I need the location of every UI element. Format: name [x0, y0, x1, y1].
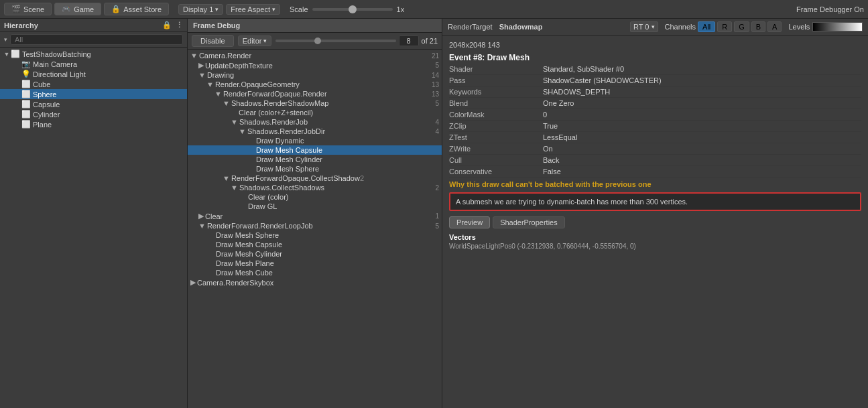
render-opaque-count: 13 — [432, 81, 439, 88]
tab-game[interactable]: 🎮 Game — [54, 3, 101, 15]
tab-scene-label: Scene — [23, 5, 44, 13]
fd-item-loop-sphere[interactable]: Draw Mesh Sphere — [188, 230, 442, 240]
hierarchy-search-input[interactable] — [10, 34, 183, 45]
channel-all-btn[interactable]: All — [698, 21, 715, 32]
root-cube-icon: ⬜ — [11, 50, 20, 58]
channel-g-btn[interactable]: G — [734, 21, 749, 32]
fd-item-draw-mesh-capsule[interactable]: Draw Mesh Capsule — [188, 145, 442, 155]
fd-item-render-opaque[interactable]: ▼ Render.OpaqueGeometry 13 — [188, 80, 442, 89]
camera-icon: 📷 — [21, 60, 31, 68]
tab-asset-store[interactable]: 🔒 Asset Store — [104, 3, 169, 15]
tree-item-root[interactable]: ▼ ⬜ TestShadowBatching — [0, 49, 187, 59]
colormask-val: 0 — [543, 111, 861, 119]
fd-item-drawing[interactable]: ▼ Drawing 14 — [188, 70, 442, 80]
loop-plane-label: Draw Mesh Plane — [216, 259, 274, 267]
tree-item-main-camera[interactable]: 📷 Main Camera — [0, 59, 187, 69]
prop-conservative: Conservative False — [449, 166, 861, 178]
fd-item-update-depth[interactable]: ▶ UpdateDepthTexture 5 — [188, 60, 442, 70]
resolution-label: 2048x2048 143 — [449, 40, 861, 50]
plane-icon: ⬜ — [21, 120, 31, 129]
update-depth-label: UpdateDepthTexture — [205, 62, 273, 70]
blend-val: One Zero — [543, 99, 861, 107]
event-title: Event #8: Draw Mesh — [449, 50, 861, 64]
cylinder-label: Cylinder — [33, 111, 60, 119]
fd-item-shadows-render-job[interactable]: ▼ Shadows.RenderJob 4 — [188, 117, 442, 127]
render-job-label: Shadows.RenderJob — [239, 118, 308, 126]
frame-debug-toolbar: Disable Editor of 21 — [188, 33, 442, 50]
display-dropdown[interactable]: Display 1 — [178, 4, 223, 15]
fd-slider[interactable] — [275, 40, 395, 42]
frame-debug-title: Frame Debug — [193, 21, 240, 29]
rt-dropdown[interactable]: RT 0 — [630, 21, 658, 32]
fd-item-clear-color-z-stencil[interactable]: Clear (color+Z+stencil) — [188, 108, 442, 117]
fd-item-draw-mesh-cylinder[interactable]: Draw Mesh Cylinder — [188, 155, 442, 164]
more-icon[interactable]: ⋮ — [176, 21, 183, 29]
channels-bar: Channels All R G B A — [665, 21, 782, 32]
shader-properties-button[interactable]: ShaderProperties — [493, 216, 565, 228]
tree-item-directional-light[interactable]: 💡 Directional Light — [0, 69, 187, 79]
fd-item-loop-plane[interactable]: Draw Mesh Plane — [188, 259, 442, 268]
fd-item-draw-gl[interactable]: Draw GL — [188, 202, 442, 211]
fd-item-camera-render[interactable]: ▼ Camera.Render 21 — [188, 51, 442, 60]
tree-item-cylinder[interactable]: ⬜ Cylinder — [0, 109, 187, 119]
draw-sphere-label: Draw Mesh Sphere — [256, 165, 319, 173]
root-label: TestShadowBatching — [22, 50, 91, 58]
fd-item-loop-cylinder[interactable]: Draw Mesh Cylinder — [188, 249, 442, 259]
fd-item-shadows-render-job-dir[interactable]: ▼ Shadows.RenderJobDir 4 — [188, 127, 442, 136]
fd-item-rfo-render[interactable]: ▼ RenderForwardOpaque.Render 13 — [188, 89, 442, 98]
disable-button[interactable]: Disable — [192, 35, 234, 47]
pass-key: Pass — [449, 76, 543, 84]
tree-item-sphere[interactable]: ⬜ Sphere — [0, 89, 187, 99]
tab-scene[interactable]: 🎬 Scene — [4, 3, 52, 15]
shadowmap-label: Shadowmap — [499, 23, 543, 31]
shader-key: Shader — [449, 65, 543, 73]
fd-slider-thumb — [314, 38, 321, 44]
editor-dropdown[interactable]: Editor — [238, 36, 272, 46]
fd-slider-section: of 21 — [275, 36, 438, 46]
sphere-label: Sphere — [33, 90, 56, 98]
fd-item-clear[interactable]: ▶ Clear 1 — [188, 211, 442, 221]
fd-item-clear-color[interactable]: Clear (color) — [188, 192, 442, 202]
drawing-label: Drawing — [207, 71, 234, 79]
aspect-dropdown[interactable]: Free Aspect — [226, 4, 280, 15]
preview-btns: Preview ShaderProperties — [449, 214, 861, 231]
colormask-key: ColorMask — [449, 111, 543, 119]
pass-val: ShadowCaster (SHADOWCASTER) — [543, 76, 861, 84]
scene-icon: 🎬 — [11, 5, 21, 13]
fd-item-shadows-collect-shadows[interactable]: ▼ Shadows.CollectShadows 2 — [188, 183, 442, 192]
channel-a-btn[interactable]: A — [767, 21, 782, 32]
levels-track[interactable] — [812, 22, 863, 31]
tree-item-capsule[interactable]: ⬜ Capsule — [0, 99, 187, 109]
batch-message-box: A submesh we are trying to dynamic-batch… — [449, 192, 861, 211]
preview-button[interactable]: Preview — [449, 216, 490, 228]
prop-cull: Cull Back — [449, 155, 861, 166]
cube-label: Cube — [33, 80, 50, 88]
fd-item-draw-mesh-sphere[interactable]: Draw Mesh Sphere — [188, 164, 442, 174]
skybox-arrow: ▶ — [190, 278, 196, 287]
prop-blend: Blend One Zero — [449, 98, 861, 109]
fd-item-loop-cube[interactable]: Draw Mesh Cube — [188, 268, 442, 277]
fd-item-shadows-render-shadow-map[interactable]: ▼ Shadows.RenderShadowMap 5 — [188, 98, 442, 108]
loop-sphere-label: Draw Mesh Sphere — [216, 231, 279, 239]
channel-b-btn[interactable]: B — [751, 21, 765, 32]
frame-debug-panel: Frame Debug Disable Editor of 21 ▼ Camer… — [188, 19, 442, 408]
channel-r-btn[interactable]: R — [717, 21, 732, 32]
fd-item-draw-dynamic[interactable]: Draw Dynamic — [188, 136, 442, 145]
hierarchy-panel: Hierarchy 🔒 ⋮ ▾ ▼ ⬜ TestShadowBatching 📷… — [0, 19, 188, 408]
fd-item-loop-capsule[interactable]: Draw Mesh Capsule — [188, 240, 442, 249]
tree-item-cube[interactable]: ⬜ Cube — [0, 79, 187, 89]
tree-item-plane[interactable]: ⬜ Plane — [0, 119, 187, 129]
fd-item-rfo-collect-shadow[interactable]: ▼ RenderForwardOpaque.CollectShadow2 — [188, 174, 442, 183]
scale-slider[interactable] — [312, 8, 393, 11]
dropdown-arrow-icon: ▾ — [4, 36, 7, 43]
fd-item-camera-renderskybox[interactable]: ▶ Camera.RenderSkybox — [188, 277, 442, 287]
prop-ztest: ZTest LessEqual — [449, 132, 861, 143]
fd-slider-number[interactable] — [399, 36, 419, 46]
clear-czs-label: Clear (color+Z+stencil) — [239, 109, 313, 117]
tab-game-label: Game — [74, 5, 94, 13]
keywords-key: Keywords — [449, 88, 543, 96]
camera-render-label: Camera.Render — [199, 52, 251, 60]
zclip-key: ZClip — [449, 122, 543, 130]
lock-small-icon: 🔒 — [162, 21, 172, 29]
fd-item-renderforward-loopjob[interactable]: ▼ RenderForward.RenderLoopJob 5 — [188, 221, 442, 230]
